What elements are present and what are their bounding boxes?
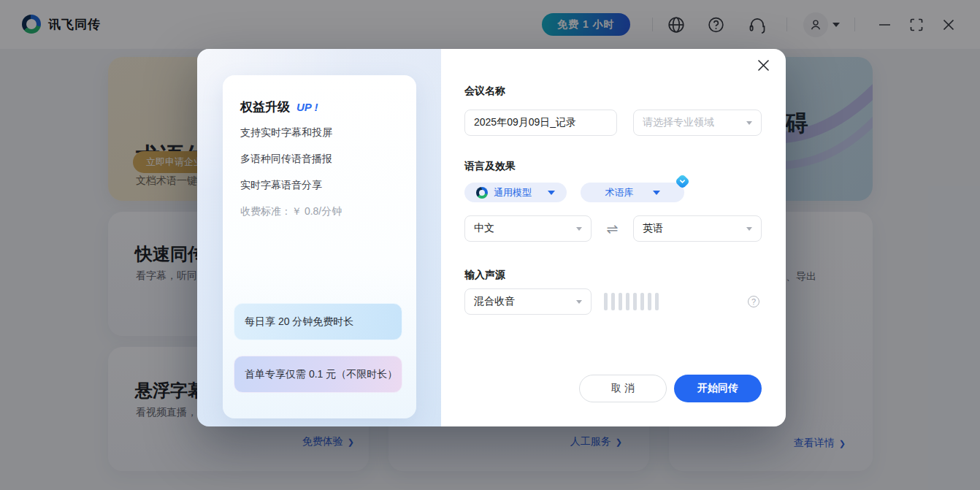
chevron-down-icon xyxy=(653,191,660,195)
pricing-note: 收费标准：￥ 0.8/分钟 xyxy=(240,205,342,218)
audio-source-label: 输入声源 xyxy=(464,269,505,282)
volume-level-meter xyxy=(604,293,659,310)
benefits-panel: 权益升级 UP ! 支持实时字幕和投屏 多语种同传语音播报 实时字幕语音分享 收… xyxy=(197,49,441,426)
chevron-down-icon xyxy=(746,227,752,231)
source-language-select[interactable]: 中文 xyxy=(464,215,592,242)
audio-source-select[interactable]: 混合收音 xyxy=(464,288,592,315)
model-pill-label: 通用模型 xyxy=(494,186,532,199)
benefits-card: 权益升级 UP ! 支持实时字幕和投屏 多语种同传语音播报 实时字幕语音分享 收… xyxy=(223,75,416,418)
chevron-down-icon xyxy=(548,191,555,195)
domain-select[interactable]: 请选择专业领域 xyxy=(633,110,762,136)
meeting-form: 会议名称 请选择专业领域 语言及效果 通用模型 术语库 xyxy=(441,49,786,426)
first-order-badge: 首单专享仅需 0.1 元（不限时长） xyxy=(234,356,402,393)
chevron-down-icon xyxy=(576,300,582,304)
target-language-value: 英语 xyxy=(643,222,663,235)
dialog-close-icon[interactable] xyxy=(755,58,771,74)
terms-pill-label: 术语库 xyxy=(605,186,634,199)
start-interpretation-button[interactable]: 开始同传 xyxy=(674,375,762,402)
start-interpretation-dialog: 权益升级 UP ! 支持实时字幕和投屏 多语种同传语音播报 实时字幕语音分享 收… xyxy=(197,49,786,426)
audio-source-value: 混合收音 xyxy=(474,295,515,308)
iflytek-logo-icon xyxy=(476,187,488,199)
benefit-item: 支持实时字幕和投屏 xyxy=(240,126,332,139)
audio-help-icon[interactable]: ? xyxy=(748,296,759,307)
daily-free-badge: 每日享 20 分钟免费时长 xyxy=(234,303,402,340)
benefit-item: 多语种同传语音播报 xyxy=(240,153,332,166)
target-language-select[interactable]: 英语 xyxy=(633,215,762,242)
source-language-value: 中文 xyxy=(474,222,494,235)
meeting-name-input[interactable] xyxy=(464,110,617,136)
swap-languages-icon[interactable]: ⇌ xyxy=(592,215,633,242)
chevron-down-icon xyxy=(746,121,752,125)
model-select-pill[interactable]: 通用模型 xyxy=(464,183,567,202)
cancel-button[interactable]: 取 消 xyxy=(579,375,667,402)
chevron-down-icon xyxy=(576,227,582,231)
domain-placeholder: 请选择专业领域 xyxy=(643,116,714,129)
meeting-name-label: 会议名称 xyxy=(464,85,505,98)
benefit-item: 实时字幕语音分享 xyxy=(240,179,322,192)
terminology-select-pill[interactable]: 术语库 xyxy=(581,183,684,202)
benefits-title: 权益升级 xyxy=(240,99,290,115)
up-badge: UP ! xyxy=(296,101,318,113)
vip-badge-icon xyxy=(675,174,690,189)
language-section-label: 语言及效果 xyxy=(464,160,516,173)
